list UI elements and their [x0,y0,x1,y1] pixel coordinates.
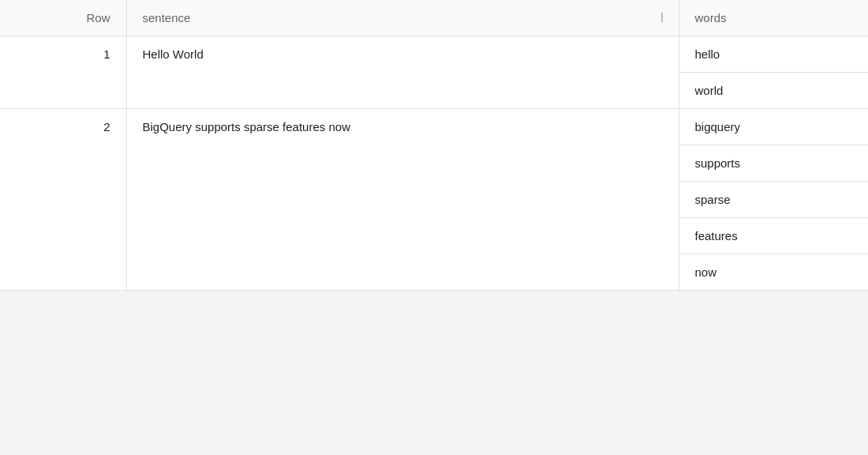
table-body: 1Hello Worldhelloworld2BigQuery supports… [0,36,868,291]
table-header-row: Row sentence words [0,0,868,36]
cell-word: supports [679,145,868,182]
cell-word: world [679,73,868,109]
cell-word: sparse [679,182,868,218]
cell-word: features [679,218,868,254]
data-table: Row sentence words 1Hello Worldhelloworl… [0,0,868,291]
table-row: 2BigQuery supports sparse features nowbi… [0,109,868,145]
column-header-sentence: sentence [126,0,679,36]
cell-word: bigquery [679,109,868,145]
resize-handle-sentence[interactable] [658,13,663,22]
cell-word: now [679,254,868,291]
column-header-row: Row [0,0,126,36]
table-row: 1Hello Worldhello [0,36,868,73]
column-label-sentence: sentence [143,11,191,24]
table-container: Row sentence words 1Hello Worldhelloworl… [0,0,868,455]
column-label-words: words [695,11,727,24]
column-header-words: words [679,0,868,36]
cell-row-num: 2 [0,109,126,291]
cell-row-num: 1 [0,36,126,109]
cell-sentence: BigQuery supports sparse features now [126,109,679,291]
cell-sentence: Hello World [126,36,679,109]
cell-word: hello [679,36,868,73]
column-label-row: Row [86,11,110,24]
